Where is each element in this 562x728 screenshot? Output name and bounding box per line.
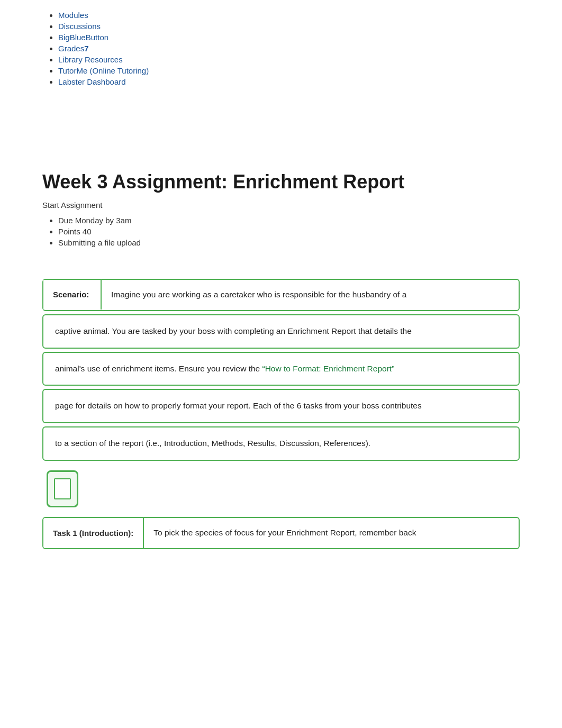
nav-link-modules[interactable]: Modules	[58, 11, 88, 20]
enrichment-report-link[interactable]: “How to Format: Enrichment Report”	[262, 364, 395, 373]
nav-item-library[interactable]: Library Resources	[58, 55, 520, 64]
task1-label: Task 1 (Introduction):	[43, 518, 144, 548]
nav-item-discussions[interactable]: Discussions	[58, 22, 520, 31]
scenario-text-3a: animal's use of enrichment items. Ensure…	[55, 364, 262, 373]
scenario-box-line4: page for details on how to properly form…	[42, 389, 520, 423]
points: Points 40	[58, 227, 520, 236]
icon-area	[42, 466, 520, 512]
nav-item-tutorme[interactable]: TutorMe (Online Tutoring)	[58, 66, 520, 75]
nav-item-labster[interactable]: Labster Dashboard	[58, 77, 520, 86]
start-assignment-label[interactable]: Start Assignment	[42, 201, 520, 210]
page-title: Week 3 Assignment: Enrichment Report	[42, 171, 520, 193]
grades-badge: 7	[84, 44, 88, 53]
due-date: Due Monday by 3am	[58, 216, 520, 225]
navigation-list: Modules Discussions BigBlueButton Grades…	[42, 11, 520, 86]
nav-link-grades[interactable]: Grades7	[58, 44, 89, 53]
scenario-text-1: Imagine you are working as a caretaker w…	[102, 280, 416, 310]
submission-type: Submitting a file upload	[58, 238, 520, 247]
assignment-meta-list: Due Monday by 3am Points 40 Submitting a…	[42, 216, 520, 247]
task1-text: To pick the species of focus for your En…	[144, 518, 425, 548]
nav-link-labster[interactable]: Labster Dashboard	[58, 77, 126, 86]
scenario-box-line5: to a section of the report (i.e., Introd…	[42, 426, 520, 461]
page-title-section: Week 3 Assignment: Enrichment Report Sta…	[42, 171, 520, 247]
scenario-box-line2: captive animal. You are tasked by your b…	[42, 314, 520, 349]
nav-link-discussions[interactable]: Discussions	[58, 22, 101, 31]
scenario-box-line1: Scenario: Imagine you are working as a c…	[42, 279, 520, 311]
scenario-text-2: captive animal. You are tasked by your b…	[55, 326, 412, 335]
scenario-text-4: page for details on how to properly form…	[55, 401, 422, 410]
document-icon	[47, 470, 78, 507]
nav-item-modules[interactable]: Modules	[58, 11, 520, 20]
nav-link-tutorme[interactable]: TutorMe (Online Tutoring)	[58, 66, 149, 75]
task1-box: Task 1 (Introduction): To pick the speci…	[42, 517, 520, 549]
nav-link-library[interactable]: Library Resources	[58, 55, 123, 64]
nav-link-bigbluebutton[interactable]: BigBlueButton	[58, 33, 108, 42]
nav-item-grades[interactable]: Grades7	[58, 44, 520, 53]
scenario-label: Scenario:	[43, 280, 102, 310]
scenario-box-line3: animal's use of enrichment items. Ensure…	[42, 352, 520, 386]
nav-item-bigbluebutton[interactable]: BigBlueButton	[58, 33, 520, 42]
scenario-text-5: to a section of the report (i.e., Introd…	[55, 439, 370, 448]
